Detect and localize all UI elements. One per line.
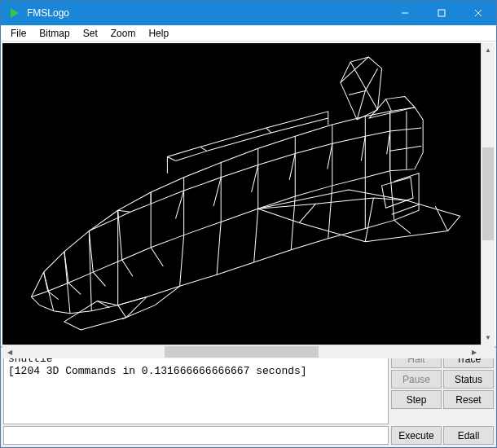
- execute-button[interactable]: Execute: [391, 426, 442, 445]
- vertical-scrollbar[interactable]: ▲ ▼: [481, 43, 495, 345]
- menu-set[interactable]: Set: [77, 26, 104, 41]
- menu-help[interactable]: Help: [142, 26, 175, 41]
- commander-bottom-buttons: Execute Edall: [391, 426, 494, 445]
- maximize-button[interactable]: [423, 1, 460, 25]
- hscroll-track[interactable]: [16, 345, 467, 358]
- svg-marker-9: [258, 190, 460, 242]
- scroll-left-arrow-icon[interactable]: ◀: [2, 345, 16, 358]
- close-button[interactable]: [460, 1, 496, 25]
- svg-marker-8: [341, 57, 382, 120]
- edall-button[interactable]: Edall: [443, 426, 494, 445]
- scroll-up-arrow-icon[interactable]: ▲: [482, 43, 495, 57]
- svg-rect-2: [438, 10, 445, 16]
- vscroll-thumb[interactable]: [482, 147, 494, 240]
- window-controls: [386, 1, 496, 25]
- svg-marker-10: [64, 297, 147, 330]
- canvas-area: ▲ ▼ ◀ ▶: [1, 42, 496, 346]
- commander-panel: shuttle [1204 3D Commands in 0.131666666…: [1, 346, 496, 447]
- svg-marker-0: [11, 8, 19, 18]
- horizontal-scrollbar[interactable]: ◀ ▶: [2, 345, 481, 358]
- step-button[interactable]: Step: [391, 390, 442, 409]
- menu-zoom[interactable]: Zoom: [104, 26, 143, 41]
- pause-button[interactable]: Pause: [391, 370, 442, 389]
- status-button[interactable]: Status: [443, 370, 494, 389]
- menu-file[interactable]: File: [4, 26, 33, 41]
- commander-buttons: Halt Trace Pause Status Step Reset: [391, 349, 494, 424]
- scroll-down-arrow-icon[interactable]: ▼: [482, 331, 495, 345]
- svg-marker-6: [382, 178, 413, 208]
- turtle-canvas[interactable]: [2, 43, 481, 345]
- menu-bitmap[interactable]: Bitmap: [33, 26, 76, 41]
- vscroll-track[interactable]: [482, 57, 495, 331]
- minimize-button[interactable]: [386, 1, 423, 25]
- scroll-right-arrow-icon[interactable]: ▶: [467, 345, 481, 358]
- reset-button[interactable]: Reset: [443, 390, 494, 409]
- wireframe-shuttle-drawing: [2, 43, 481, 345]
- window-title: FMSLogo: [27, 7, 386, 19]
- hscroll-thumb[interactable]: [165, 346, 318, 358]
- scroll-corner: [481, 345, 495, 358]
- menu-bar: File Bitmap Set Zoom Help: [1, 25, 496, 42]
- title-bar[interactable]: FMSLogo: [1, 1, 496, 25]
- command-input[interactable]: [3, 426, 389, 445]
- command-history[interactable]: shuttle [1204 3D Commands in 0.131666666…: [3, 349, 389, 424]
- app-window: FMSLogo File Bitmap Set Zoom Help: [0, 0, 497, 448]
- app-icon: [7, 5, 23, 21]
